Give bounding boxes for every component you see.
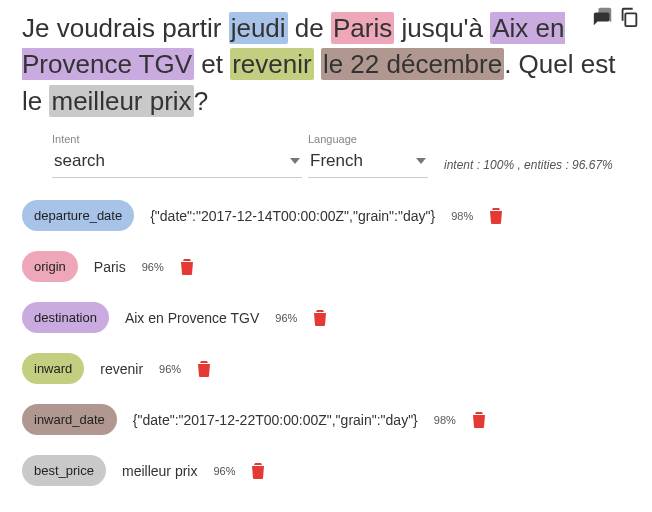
entity-row: inwardrevenir96% bbox=[22, 353, 630, 384]
entity-chip[interactable]: best_price bbox=[22, 455, 106, 486]
entity-value: Paris bbox=[94, 259, 126, 275]
entity-value: {"date":"2017-12-14T00:00:00Z","grain":"… bbox=[150, 208, 435, 224]
highlight-token[interactable]: jeudi bbox=[229, 12, 288, 44]
language-label: Language bbox=[308, 133, 428, 145]
controls-row: Intent search Language French intent : 1… bbox=[52, 133, 630, 178]
intent-select[interactable]: search bbox=[52, 147, 302, 178]
entity-chip[interactable]: origin bbox=[22, 251, 78, 282]
entity-row: inward_date{"date":"2017-12-22T00:00:00Z… bbox=[22, 404, 630, 435]
entity-chip[interactable]: inward bbox=[22, 353, 84, 384]
entity-value: meilleur prix bbox=[122, 463, 197, 479]
entity-row: originParis96% bbox=[22, 251, 630, 282]
intent-field: Intent search bbox=[52, 133, 302, 178]
chevron-down-icon bbox=[290, 158, 300, 164]
entity-chip[interactable]: destination bbox=[22, 302, 109, 333]
highlight-token[interactable]: le 22 décembre bbox=[321, 48, 504, 80]
language-field: Language French bbox=[308, 133, 428, 178]
entity-confidence: 96% bbox=[142, 261, 164, 273]
entity-confidence: 96% bbox=[213, 465, 235, 477]
trash-icon[interactable] bbox=[313, 310, 327, 326]
entity-value: revenir bbox=[100, 361, 143, 377]
entity-value: Aix en Provence TGV bbox=[125, 310, 259, 326]
entity-chip[interactable]: departure_date bbox=[22, 200, 134, 231]
highlight-token[interactable]: meilleur prix bbox=[49, 85, 193, 117]
entity-confidence: 98% bbox=[434, 414, 456, 426]
intent-value: search bbox=[54, 151, 105, 171]
entity-confidence: 96% bbox=[275, 312, 297, 324]
entity-confidence: 96% bbox=[159, 363, 181, 375]
entity-value: {"date":"2017-12-22T00:00:00Z","grain":"… bbox=[133, 412, 418, 428]
trash-icon[interactable] bbox=[180, 259, 194, 275]
copy-icon[interactable] bbox=[618, 6, 640, 28]
entity-row: destinationAix en Provence TGV96% bbox=[22, 302, 630, 333]
highlight-token[interactable]: revenir bbox=[230, 48, 313, 80]
entities-list: departure_date{"date":"2017-12-14T00:00:… bbox=[22, 200, 630, 486]
chat-icon[interactable] bbox=[592, 6, 614, 28]
confidence-stats: intent : 100% , entities : 96.67% bbox=[444, 158, 613, 178]
annotated-sentence: Je voudrais partir jeudi de Paris jusqu'… bbox=[22, 10, 630, 119]
trash-icon[interactable] bbox=[197, 361, 211, 377]
language-select[interactable]: French bbox=[308, 147, 428, 178]
trash-icon[interactable] bbox=[489, 208, 503, 224]
trash-icon[interactable] bbox=[472, 412, 486, 428]
chevron-down-icon bbox=[416, 158, 426, 164]
highlight-token[interactable]: Paris bbox=[331, 12, 394, 44]
language-value: French bbox=[310, 151, 363, 171]
entity-confidence: 98% bbox=[451, 210, 473, 222]
svg-rect-0 bbox=[625, 13, 636, 26]
intent-label: Intent bbox=[52, 133, 302, 145]
entity-row: best_pricemeilleur prix96% bbox=[22, 455, 630, 486]
entity-row: departure_date{"date":"2017-12-14T00:00:… bbox=[22, 200, 630, 231]
trash-icon[interactable] bbox=[251, 463, 265, 479]
entity-chip[interactable]: inward_date bbox=[22, 404, 117, 435]
